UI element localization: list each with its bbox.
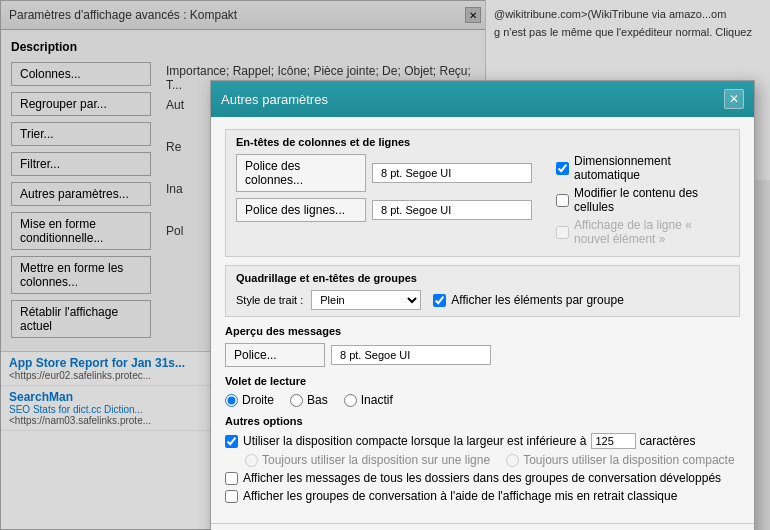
other-section: Autres options Utiliser la disposition c… — [225, 415, 740, 503]
msg-font-btn[interactable]: Police... — [225, 343, 325, 367]
radio-off[interactable]: Inactif — [344, 393, 393, 407]
show-groups-checkbox[interactable] — [433, 294, 446, 307]
msg-font-value: 8 pt. Segoe UI — [331, 345, 491, 365]
msg-section-title: Aperçu des messages — [225, 325, 740, 337]
show-indented-label: Afficher les groupes de conversation à l… — [243, 489, 677, 503]
header-checkboxes: Dimensionnement automatique Modifier le … — [556, 154, 729, 250]
always-one-line-radio[interactable]: Toujours utiliser la disposition sur une… — [245, 453, 490, 467]
column-font-value: 8 pt. Segoe UI — [372, 163, 532, 183]
column-font-btn[interactable]: Police des colonnes... — [236, 154, 366, 192]
modal-title: Autres paramètres — [221, 92, 328, 107]
modify-content-label: Modifier le contenu des cellules — [574, 186, 729, 214]
compact-unit: caractères — [640, 434, 696, 448]
other-section-title: Autres options — [225, 415, 740, 427]
modify-content-checkbox-row: Modifier le contenu des cellules — [556, 186, 729, 214]
modal-footer: OK Annuler — [211, 523, 754, 530]
always-compact-label: Toujours utiliser la disposition compact… — [523, 453, 734, 467]
modify-content-checkbox[interactable] — [556, 194, 569, 207]
new-item-label: Affichage de la ligne « nouvel élément » — [574, 218, 729, 246]
always-one-line-label: Toujours utiliser la disposition sur une… — [262, 453, 490, 467]
radio-right-input[interactable] — [225, 394, 238, 407]
reading-section-title: Volet de lecture — [225, 375, 740, 387]
grid-section: Quadrillage et en-têtes de groupes Style… — [225, 265, 740, 317]
line-font-row: Police des lignes... 8 pt. Segoe UI — [236, 198, 546, 222]
show-all-folders-row: Afficher les messages de tous les dossie… — [225, 471, 740, 485]
show-groups-label: Afficher les éléments par groupe — [451, 293, 624, 307]
modal-body: En-têtes de colonnes et de lignes Police… — [211, 117, 754, 523]
always-compact-input[interactable] — [506, 454, 519, 467]
line-font-value: 8 pt. Segoe UI — [372, 200, 532, 220]
radio-off-input[interactable] — [344, 394, 357, 407]
always-compact-radio[interactable]: Toujours utiliser la disposition compact… — [506, 453, 734, 467]
msg-section: Aperçu des messages Police... 8 pt. Sego… — [225, 325, 740, 367]
always-one-line-input[interactable] — [245, 454, 258, 467]
autres-parametres-modal: Autres paramètres ✕ En-têtes de colonnes… — [210, 80, 755, 530]
show-all-folders-label: Afficher les messages de tous les dossie… — [243, 471, 721, 485]
autosize-label: Dimensionnement automatique — [574, 154, 729, 182]
modal-titlebar: Autres paramètres ✕ — [211, 81, 754, 117]
grid-section-title: Quadrillage et en-têtes de groupes — [236, 272, 729, 284]
compact-row: Utiliser la disposition compacte lorsque… — [225, 433, 740, 449]
radio-right[interactable]: Droite — [225, 393, 274, 407]
line-font-btn[interactable]: Police des lignes... — [236, 198, 366, 222]
style-select[interactable]: Plein Pointillé Aucun — [311, 290, 421, 310]
new-item-checkbox[interactable] — [556, 226, 569, 239]
show-indented-row: Afficher les groupes de conversation à l… — [225, 489, 740, 503]
column-font-row: Police des colonnes... 8 pt. Segoe UI — [236, 154, 546, 192]
modal-close-btn[interactable]: ✕ — [724, 89, 744, 109]
msg-font-row: Police... 8 pt. Segoe UI — [225, 343, 740, 367]
new-item-checkbox-row: Affichage de la ligne « nouvel élément » — [556, 218, 729, 246]
reading-section: Volet de lecture Droite Bas Inactif — [225, 375, 740, 407]
sub-radio-row: Toujours utiliser la disposition sur une… — [245, 453, 740, 467]
radio-off-label: Inactif — [361, 393, 393, 407]
headers-section-title: En-têtes de colonnes et de lignes — [236, 136, 729, 148]
style-label: Style de trait : — [236, 294, 303, 306]
show-groups-checkbox-row: Afficher les éléments par groupe — [433, 293, 624, 307]
compact-checkbox[interactable] — [225, 435, 238, 448]
compact-value-input[interactable] — [591, 433, 636, 449]
show-all-folders-checkbox[interactable] — [225, 472, 238, 485]
grid-row: Style de trait : Plein Pointillé Aucun A… — [236, 290, 729, 310]
autosize-checkbox-row: Dimensionnement automatique — [556, 154, 729, 182]
show-indented-checkbox[interactable] — [225, 490, 238, 503]
compact-label: Utiliser la disposition compacte lorsque… — [243, 434, 587, 448]
headers-section: En-têtes de colonnes et de lignes Police… — [225, 129, 740, 257]
radio-bottom[interactable]: Bas — [290, 393, 328, 407]
autosize-checkbox[interactable] — [556, 162, 569, 175]
reading-radio-group: Droite Bas Inactif — [225, 393, 740, 407]
radio-bottom-input[interactable] — [290, 394, 303, 407]
radio-right-label: Droite — [242, 393, 274, 407]
radio-bottom-label: Bas — [307, 393, 328, 407]
